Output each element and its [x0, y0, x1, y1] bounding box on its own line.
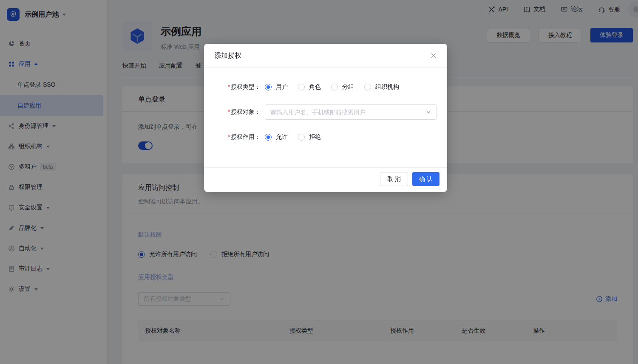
radio-unchecked-icon — [331, 84, 338, 90]
radio-label: 拒绝 — [309, 133, 321, 141]
modal-body: *授权类型： 用户 角色 分组 组织机构 — [204, 68, 447, 167]
radio-deny[interactable]: 拒绝 — [298, 133, 321, 141]
required-mark: * — [228, 133, 230, 140]
modal-footer: 取 消 确 认 — [204, 167, 447, 192]
radio-label: 允许 — [276, 133, 288, 141]
auth-object-select[interactable] — [265, 104, 437, 120]
auth-object-label: *授权对象： — [204, 108, 261, 116]
confirm-button[interactable]: 确 认 — [412, 172, 440, 186]
required-mark: * — [228, 83, 230, 90]
add-authorization-modal: 添加授权 *授权类型： 用户 角色 分组 组织机 — [204, 44, 447, 192]
radio-label: 分组 — [342, 83, 354, 91]
radio-user[interactable]: 用户 — [265, 83, 288, 91]
radio-label: 用户 — [276, 83, 288, 91]
close-icon[interactable] — [430, 52, 437, 59]
radio-group[interactable]: 分组 — [331, 83, 354, 91]
auth-effect-row: *授权作用： 允许 拒绝 — [204, 133, 437, 141]
auth-type-options: 用户 角色 分组 组织机构 — [265, 83, 399, 91]
auth-effect-options: 允许 拒绝 — [265, 133, 321, 141]
radio-allow[interactable]: 允许 — [265, 133, 288, 141]
auth-object-search-input[interactable] — [270, 109, 422, 116]
auth-object-row: *授权对象： — [204, 104, 437, 120]
radio-label: 角色 — [309, 83, 321, 91]
radio-unchecked-icon — [364, 84, 371, 90]
auth-type-label: *授权类型： — [204, 83, 261, 91]
auth-effect-label: *授权作用： — [204, 133, 261, 141]
modal-header: 添加授权 — [204, 44, 447, 68]
radio-role[interactable]: 角色 — [298, 83, 321, 91]
radio-unchecked-icon — [298, 134, 305, 141]
radio-label: 组织机构 — [375, 83, 399, 91]
auth-type-row: *授权类型： 用户 角色 分组 组织机构 — [204, 83, 437, 91]
radio-organization[interactable]: 组织机构 — [364, 83, 399, 91]
radio-unchecked-icon — [298, 84, 305, 90]
radio-checked-icon — [265, 84, 272, 90]
modal-title: 添加授权 — [214, 51, 241, 60]
cancel-button[interactable]: 取 消 — [380, 172, 408, 186]
required-mark: * — [228, 108, 230, 115]
chevron-down-icon — [425, 109, 431, 115]
radio-checked-icon — [265, 134, 272, 141]
